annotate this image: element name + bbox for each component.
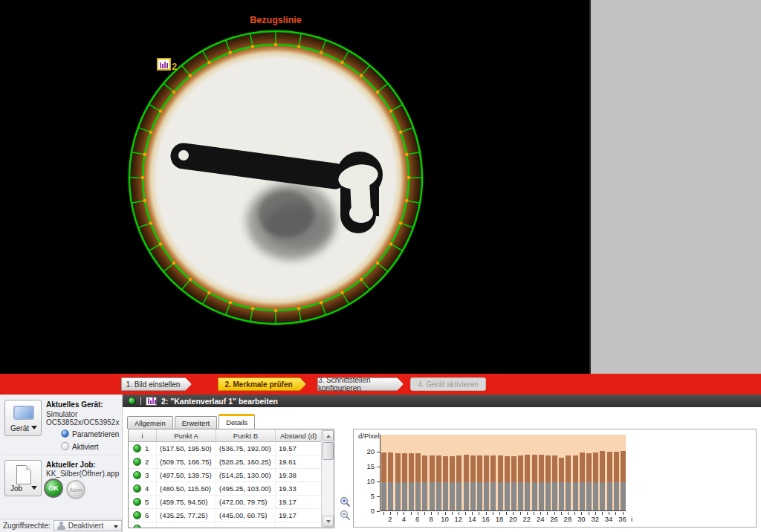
chart-bar xyxy=(545,455,551,510)
chart-bar xyxy=(532,455,537,510)
table-body: 1(517.50, 195.50)(536.75, 192.00)19.572(… xyxy=(129,442,334,528)
edge-point-dot xyxy=(407,176,411,180)
device-monitor-icon xyxy=(13,406,34,420)
cell-punkt-b: (495.25, 103.00) xyxy=(216,482,276,495)
edge-point-dot xyxy=(189,74,192,78)
y-axis-tick-label: 15 xyxy=(357,462,375,470)
ok-button[interactable]: OK xyxy=(44,479,63,498)
table-row[interactable]: 1(517.50, 195.50)(536.75, 192.00)19.57 xyxy=(129,442,334,455)
radio-aktiviert[interactable] xyxy=(61,442,69,450)
column-header-1[interactable]: i xyxy=(129,429,157,441)
cell-punkt-a: (517.50, 195.50) xyxy=(157,442,216,455)
cell-punkt-a: (459.75, 94.50) xyxy=(157,496,216,508)
chart-bar xyxy=(443,456,448,510)
table-row[interactable]: 3(497.50, 139.75)(514.25, 130.00)19.38 xyxy=(129,469,334,482)
access-rights-bar: Zugriffsrechte: Deaktiviert xyxy=(0,519,122,532)
tab-details[interactable]: Details xyxy=(218,414,255,429)
edge-point-dot xyxy=(149,131,153,134)
chart-bar-base-segment xyxy=(559,482,564,510)
row-index: 1 xyxy=(145,444,149,452)
column-header-2[interactable]: Punkt A xyxy=(157,429,216,441)
workflow-step-1[interactable]: 1. Bild einstellen xyxy=(121,377,192,391)
y-axis-tick-label: 20 xyxy=(357,447,375,455)
access-rights-dropdown[interactable]: Deaktiviert xyxy=(54,520,122,531)
chart-bar xyxy=(559,458,564,510)
scrollbar-thumb[interactable] xyxy=(323,442,334,460)
right-gray-panel xyxy=(589,0,761,374)
edge-point-dot xyxy=(389,109,393,113)
scroll-up-icon xyxy=(326,435,331,438)
chart-y-axis-title: d/Pixel xyxy=(358,432,380,440)
chart-bar xyxy=(450,456,455,510)
table-row[interactable]: 5(459.75, 94.50)(472.00, 79.75)19.17 xyxy=(129,496,334,509)
tab-erweitert[interactable]: Erweitert xyxy=(175,416,217,429)
table-row[interactable] xyxy=(129,522,334,528)
zoom-in-button[interactable] xyxy=(339,496,352,508)
access-rights-value: Deaktiviert xyxy=(68,522,103,530)
zoom-out-magnifier-icon xyxy=(340,510,351,521)
scroll-down-button[interactable] xyxy=(323,516,334,527)
x-axis-tick-label: 6 xyxy=(415,515,419,523)
device-button[interactable]: Gerät xyxy=(4,400,42,436)
cell-abstand: 19.57 xyxy=(276,442,321,455)
cell-abstand: 19.33 xyxy=(276,482,321,495)
column-header-3[interactable]: Punkt B xyxy=(216,429,276,441)
column-header-4[interactable]: Abstand (d) xyxy=(276,429,321,441)
edge-point-dot xyxy=(143,153,146,157)
edge-point-dot xyxy=(207,291,211,295)
edge-point-dot xyxy=(189,278,192,282)
chart-bar xyxy=(498,455,503,510)
scroll-down-icon xyxy=(326,520,331,523)
tool-marker[interactable]: 2 xyxy=(158,59,177,72)
zoom-out-button[interactable] xyxy=(339,509,352,522)
x-axis-tick-label: 26 xyxy=(550,515,558,523)
table-row[interactable]: 2(509.75, 166.75)(528.25, 160.25)19.61 xyxy=(129,455,334,469)
edge-point-dot xyxy=(251,307,255,311)
chart-bar xyxy=(621,451,626,510)
radio-parametrieren[interactable] xyxy=(61,429,69,438)
feature-edit-panel: 2: "Kantenverlauf 1" bearbeiten Allgemei… xyxy=(123,395,761,532)
workflow-step-3[interactable]: 3. Schnittstellen konfigurieren xyxy=(317,377,404,391)
chart-bar-base-segment xyxy=(505,482,510,510)
table-row[interactable]: 4(480.50, 115.50)(495.25, 103.00)19.33 xyxy=(129,482,334,496)
x-axis-tick-label: 18 xyxy=(496,515,504,523)
cell-abstand xyxy=(276,522,321,528)
chart-bar xyxy=(456,455,462,510)
workflow-step-2[interactable]: 2. Merkmale prüfen xyxy=(218,377,306,391)
x-axis-tick-label: 14 xyxy=(468,515,476,523)
cell-abstand: 19.61 xyxy=(276,455,321,468)
job-button[interactable]: Job xyxy=(4,460,42,496)
chart-bar xyxy=(470,455,476,510)
tab-allgemein[interactable]: Allgemein xyxy=(127,416,173,429)
chart-bar-base-segment xyxy=(470,482,476,510)
table-row[interactable]: 6(435.25, 77.25)(445.00, 60.75)19.17 xyxy=(129,509,334,522)
chart-bar-base-segment xyxy=(511,482,516,510)
job-button-label: Job xyxy=(10,484,22,493)
chart-bar-base-segment xyxy=(422,482,427,510)
chart-bar xyxy=(484,455,489,510)
panel-title: 2: "Kantenverlauf 1" bearbeiten xyxy=(161,397,278,406)
chart-bar-base-segment xyxy=(477,482,482,510)
edge-point-dot xyxy=(399,131,403,134)
y-axis-tick-label: 0 xyxy=(357,507,375,515)
edge-point-dot xyxy=(274,309,278,313)
access-dropdown-arrow-icon[interactable] xyxy=(114,525,118,528)
alarm-button[interactable]: Alarm xyxy=(66,480,85,499)
row-index: 4 xyxy=(145,484,149,493)
job-dropdown-arrow-icon[interactable] xyxy=(31,486,37,490)
table-scrollbar[interactable] xyxy=(321,429,334,528)
scroll-up-button[interactable] xyxy=(323,430,334,441)
cell-punkt-a: (509.75, 166.75) xyxy=(157,455,216,468)
edge-point-dot xyxy=(159,242,163,246)
chart-bar xyxy=(566,455,571,510)
person-icon xyxy=(57,522,65,530)
edge-point-dot xyxy=(143,199,146,203)
chart-bar xyxy=(395,453,401,511)
edge-point-dot xyxy=(340,291,344,295)
chart-bar-base-segment xyxy=(498,482,503,510)
chart-bar xyxy=(430,455,435,510)
chart-plot-area xyxy=(380,435,626,511)
device-dropdown-arrow-icon[interactable] xyxy=(31,426,37,429)
x-axis-tick-label: 20 xyxy=(509,515,517,523)
x-axis-tick-label: 22 xyxy=(523,515,531,523)
